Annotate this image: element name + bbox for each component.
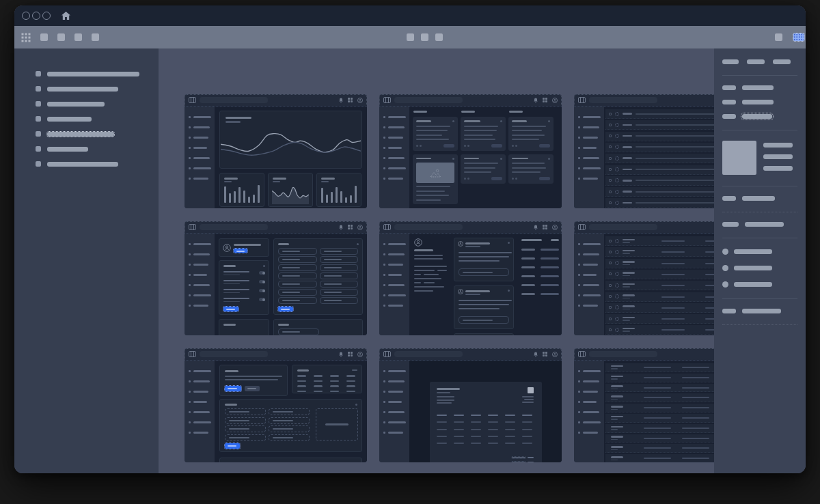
placeholder-bar — [223, 283, 240, 285]
placeholder-bar — [193, 401, 207, 404]
toolbar-square-icon-1[interactable] — [775, 33, 782, 41]
placeholder-bar — [388, 432, 403, 434]
mini-sidebar — [574, 361, 604, 462]
avatar-placeholder — [615, 261, 619, 265]
property-row — [714, 309, 806, 313]
sidebar-item-2[interactable] — [14, 81, 159, 96]
mini-main — [409, 361, 562, 462]
toolbar-square-icon-2[interactable] — [40, 33, 48, 41]
tab-chip[interactable] — [773, 59, 791, 64]
placeholder-bar — [539, 177, 550, 180]
avatar-placeholder — [615, 294, 619, 298]
placeholder-bar — [644, 428, 671, 429]
accent-chip-button[interactable] — [793, 33, 804, 41]
toolbar-square-icon-3[interactable] — [435, 33, 443, 41]
placeholder-bar — [512, 145, 514, 147]
document-page — [430, 382, 542, 462]
input-placeholder — [278, 272, 317, 279]
toolbar-square-icon-5[interactable] — [92, 33, 99, 41]
placeholder-bar — [388, 294, 406, 297]
row-label — [611, 426, 623, 430]
placeholder-bar — [388, 157, 405, 160]
placeholder-bar — [611, 429, 618, 430]
placeholder-bar — [224, 186, 226, 203]
primary-button-placeholder — [278, 307, 293, 311]
placeholder-bar — [454, 436, 464, 437]
placeholder-bar — [324, 300, 342, 301]
dial-grid-icon[interactable] — [20, 32, 31, 42]
radio-row[interactable] — [714, 249, 806, 255]
input-placeholder — [278, 328, 319, 335]
placeholder-bar — [326, 195, 328, 203]
sidebar-item-3[interactable] — [14, 96, 159, 111]
mini-avatar-icon — [357, 225, 363, 230]
divider — [722, 298, 797, 299]
window-control-maximize[interactable] — [42, 12, 51, 20]
avatar-placeholder — [615, 250, 619, 254]
avatar-placeholder — [615, 239, 619, 243]
template-card-analytics-dashboard[interactable] — [184, 94, 367, 208]
dropzone-placeholder — [316, 408, 358, 440]
image-thumbnail[interactable] — [722, 141, 756, 175]
radio-row[interactable] — [714, 265, 806, 271]
property-row — [714, 85, 806, 90]
sidebar-item-7[interactable] — [14, 156, 159, 171]
checkbox-placeholder — [609, 272, 612, 275]
mini-body — [379, 106, 562, 208]
toolbar-square-icon-4[interactable] — [74, 33, 82, 41]
mini-search-bar — [394, 351, 463, 357]
template-card-invoice-page[interactable] — [379, 348, 562, 462]
mini-body — [184, 360, 367, 462]
template-card-social-feed[interactable] — [379, 221, 562, 335]
form-card — [273, 238, 363, 315]
sidebar-item-1[interactable] — [14, 66, 159, 81]
toolbar-square-icon-3[interactable] — [57, 33, 65, 41]
mini-logo-icon — [189, 97, 196, 103]
placeholder-bar — [388, 274, 402, 277]
checkbox-placeholder — [609, 168, 612, 171]
kanban-column-2 — [461, 109, 506, 187]
sidebar-item-5[interactable] — [14, 126, 159, 141]
row-label — [623, 239, 635, 243]
placeholder-bar — [324, 283, 342, 285]
mini-bar-chart-panel — [219, 173, 264, 207]
home-icon[interactable] — [62, 12, 70, 20]
placeholder-bar — [512, 167, 546, 169]
window-control-close[interactable] — [22, 12, 30, 20]
stats-card — [292, 365, 362, 393]
property-row — [714, 100, 806, 104]
checkbox-placeholder — [609, 135, 612, 137]
window-control-minimize[interactable] — [32, 12, 40, 20]
sidebar-item-6[interactable] — [14, 141, 159, 156]
placeholder-bar — [464, 145, 466, 147]
mini-bell-icon — [339, 98, 343, 103]
avatar-placeholder — [615, 134, 619, 138]
radio-row[interactable] — [714, 281, 806, 288]
placeholder-bar — [273, 178, 286, 180]
placeholder-bar — [623, 283, 635, 285]
placeholder-bar — [388, 116, 406, 119]
template-card-settings-page[interactable] — [184, 221, 367, 335]
mini-main — [409, 234, 562, 335]
toolbar-square-icon-2[interactable] — [421, 33, 428, 41]
row-label — [623, 250, 635, 254]
placeholder-bar — [583, 274, 597, 277]
mini-topbar-icons — [339, 98, 363, 103]
placeholder-bar — [437, 402, 452, 404]
placeholder-bar — [521, 249, 535, 251]
comment-input-placeholder — [459, 316, 509, 324]
sidebar-item-4[interactable] — [14, 111, 159, 126]
placeholder-bar — [661, 318, 685, 320]
template-card-form-page[interactable] — [184, 348, 367, 462]
toolbar-square-icon-1[interactable] — [407, 33, 414, 41]
mini-logo-icon — [383, 97, 391, 103]
property-row — [714, 196, 806, 201]
primary-button-placeholder — [223, 307, 238, 311]
checkbox-placeholder — [609, 191, 612, 193]
bullet-icon — [36, 161, 41, 167]
tab-chip[interactable] — [747, 59, 765, 64]
template-card-kanban-board[interactable] — [379, 94, 562, 208]
avatar-placeholder — [615, 178, 619, 182]
tab-chip[interactable] — [722, 59, 739, 64]
placeholder-bar — [742, 309, 781, 313]
